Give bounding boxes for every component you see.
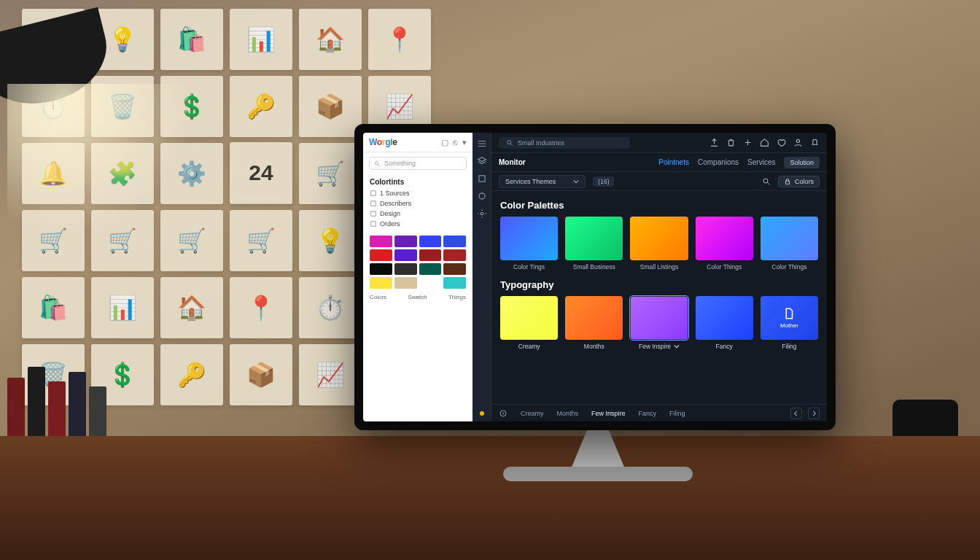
page-title: Monitor <box>499 158 526 166</box>
lock-icon <box>784 178 791 185</box>
svg-rect-3 <box>371 201 376 206</box>
plus-icon[interactable] <box>743 138 752 147</box>
mini-swatch[interactable] <box>443 263 466 275</box>
side-list-item[interactable]: Orders <box>368 219 467 229</box>
chevron-down-icon <box>674 343 680 349</box>
mini-swatch[interactable] <box>443 249 466 261</box>
side-list-item[interactable]: Describers <box>368 198 467 209</box>
svg-rect-2 <box>371 191 376 195</box>
typography-card[interactable]: MotherFiling <box>761 296 818 350</box>
palette-card[interactable]: Color Tings <box>500 217 558 271</box>
home-icon[interactable] <box>760 138 769 147</box>
palette-card[interactable]: Color Things <box>761 217 818 271</box>
theme-select[interactable]: Services Themes <box>499 175 586 188</box>
search-icon[interactable] <box>762 177 771 186</box>
section-color-palettes: Color Palettes <box>500 200 818 211</box>
footer-item[interactable]: Fancy <box>639 410 657 417</box>
side-category-list: 1 Sources Describers Design Orders <box>363 188 472 233</box>
palette-card[interactable]: Small Business <box>565 217 623 271</box>
typography-card[interactable]: Months <box>565 296 623 350</box>
footer-bar: Creamy Months Few Inspire Fancy Filing <box>491 404 827 421</box>
palette-label: Color Tings <box>513 263 545 271</box>
mini-swatch[interactable] <box>394 249 417 261</box>
status-dot-icon <box>480 411 484 416</box>
content-scroll[interactable]: Color Palettes Color TingsSmall Business… <box>491 191 827 404</box>
section-typography: Typography <box>500 279 818 290</box>
mini-swatch[interactable] <box>443 277 466 289</box>
layers-icon[interactable] <box>477 156 487 166</box>
wall-number-card: 24 <box>230 142 292 203</box>
chevron-down-icon[interactable]: ▾ <box>462 138 467 147</box>
mini-swatch[interactable] <box>370 249 392 261</box>
filterbar: Services Themes (16) Colors <box>491 172 827 191</box>
side-list-item[interactable]: Design <box>368 209 467 219</box>
tool-rail <box>472 133 491 421</box>
svg-line-10 <box>510 144 513 146</box>
side-section-title: Colortints <box>363 174 472 188</box>
palette-label: Small Listings <box>640 263 678 271</box>
pager-next[interactable] <box>808 408 820 419</box>
global-search[interactable]: Small Industries <box>499 137 630 149</box>
mini-swatch[interactable] <box>394 263 417 275</box>
mini-swatch[interactable] <box>419 277 442 289</box>
solution-button[interactable]: Solution <box>784 157 820 168</box>
svg-point-0 <box>376 161 379 165</box>
settings-icon[interactable] <box>477 209 487 219</box>
notification-icon[interactable] <box>810 138 820 147</box>
footer-item[interactable]: Months <box>557 410 579 417</box>
chevron-right-icon <box>811 411 817 416</box>
heart-icon[interactable] <box>777 138 786 147</box>
footer-item[interactable]: Filing <box>669 410 685 417</box>
object-icon[interactable] <box>477 174 487 184</box>
svg-rect-5 <box>371 222 376 226</box>
palette-card[interactable]: Color Things <box>696 217 753 271</box>
chevron-down-icon <box>573 179 579 184</box>
mini-swatch[interactable] <box>443 236 466 247</box>
wall-card: 🛒 <box>230 210 292 271</box>
typography-card[interactable]: Fancy <box>696 296 753 350</box>
mini-swatch[interactable] <box>370 236 392 247</box>
svg-rect-4 <box>371 211 376 216</box>
search-placeholder: Small Industries <box>518 139 564 147</box>
bell-icon[interactable]: ▢ <box>441 138 448 147</box>
mini-swatch-captions: Colors Swatch Things <box>363 294 472 306</box>
footer-item[interactable]: Creamy <box>521 410 544 417</box>
mini-swatch[interactable] <box>394 236 417 247</box>
user-icon[interactable]: ⎋ <box>453 138 458 147</box>
svg-point-12 <box>763 179 768 183</box>
mini-swatch[interactable] <box>370 277 392 289</box>
tab-companions[interactable]: Companions <box>698 158 739 166</box>
wall-card: 🛍️ <box>160 9 223 70</box>
mini-swatch[interactable] <box>419 263 442 275</box>
typography-label: Filing <box>782 343 796 350</box>
search-icon <box>374 160 381 167</box>
side-list-item[interactable]: 1 Sources <box>368 188 467 198</box>
typography-card[interactable]: Creamy <box>500 296 558 350</box>
wall-card: ⏱️ <box>299 277 362 338</box>
side-search-input[interactable]: Something <box>369 157 467 170</box>
footer-item[interactable]: Few Inspire <box>591 410 626 417</box>
mini-swatch[interactable] <box>370 263 392 275</box>
palette-thumb <box>630 217 688 260</box>
components-icon[interactable] <box>477 191 487 201</box>
tab-pointnets[interactable]: Pointnets <box>658 158 689 166</box>
profile-icon[interactable] <box>793 138 803 147</box>
typography-label: Creamy <box>518 343 540 350</box>
typography-row: CreamyMonthsFew InspireFancyMotherFiling <box>500 296 818 350</box>
topbar: Small Industries <box>491 133 827 153</box>
mini-swatch[interactable] <box>419 236 442 247</box>
bag-icon[interactable] <box>726 138 736 147</box>
mini-swatch[interactable] <box>419 249 442 261</box>
upload-icon[interactable] <box>709 138 719 147</box>
tab-services[interactable]: Services <box>747 158 775 166</box>
palette-thumb <box>500 217 558 260</box>
pager-prev[interactable] <box>790 408 802 419</box>
typography-label: Fancy <box>716 343 733 350</box>
menu-icon[interactable] <box>477 139 487 149</box>
typography-card[interactable]: Few Inspire <box>630 296 688 350</box>
chevron-left-icon <box>793 411 799 416</box>
target-icon[interactable] <box>499 409 508 418</box>
mini-swatch[interactable] <box>394 277 417 289</box>
colors-button[interactable]: Colors <box>778 176 820 187</box>
palette-card[interactable]: Small Listings <box>630 217 688 271</box>
